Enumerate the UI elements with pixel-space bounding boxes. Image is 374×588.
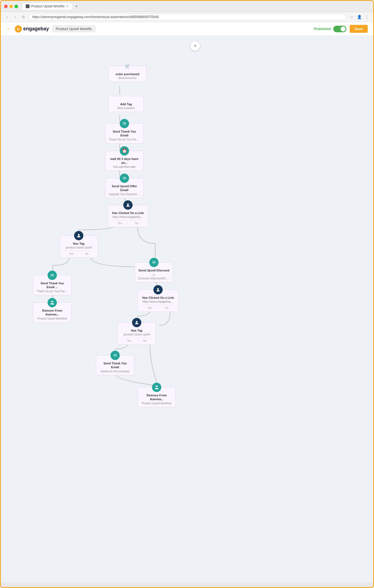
forward-nav-button[interactable]: › (12, 14, 18, 20)
trigger-icon: 🛒 (123, 62, 132, 71)
condition-icon-4 (132, 318, 141, 327)
email-icon-3: ✉ (149, 258, 159, 267)
close-button[interactable] (4, 5, 8, 8)
app-header: ← e engagebay Product Upsell Workflo Pub… (1, 22, 373, 36)
no-label: No (135, 222, 138, 225)
node-subtitle: Product Upsell Workflow (141, 402, 172, 405)
email-icon-4: ✉ (48, 271, 57, 280)
node-title: Has Tag (63, 242, 94, 245)
logo: e engagebay (14, 25, 49, 33)
node-subtitle: Has specified date (109, 165, 140, 168)
node-subtitle: https://www.engagebay.... (111, 215, 145, 218)
node-title: Send Upsell Offer Email (109, 184, 140, 192)
menu-icon[interactable]: ⋮ (364, 14, 370, 20)
yes-label: Yes (127, 339, 131, 342)
maximize-button[interactable] (14, 5, 18, 8)
node-subtitle: Thank You for Your Purc... (37, 290, 68, 293)
browser-nav: ‹ › ↻ https://sammymugambi.engagebay.com… (1, 12, 373, 22)
node-subtitle: Exclusive {Discount}% Of... (138, 277, 170, 280)
node-title: Has Tag (121, 329, 152, 332)
node-subtitle: (product name) upsell (121, 333, 152, 336)
node-wait[interactable]: ⏰ wait till 3 days have pa... Has specif… (105, 151, 144, 171)
node-clicked-link-2[interactable]: Has Clicked On a Link https://www.engage… (138, 289, 179, 312)
svg-point-9 (127, 203, 129, 205)
back-button[interactable]: ← (6, 26, 11, 32)
workflow-name[interactable]: Product Upsell Workflo (52, 25, 95, 32)
account-icon[interactable]: 👤 (356, 14, 362, 20)
nav-icons: ☆ 👤 ⋮ (349, 14, 370, 20)
svg-point-13 (157, 288, 159, 290)
node-title: Has Clicked On a Link (111, 211, 145, 215)
refresh-button[interactable]: ↻ (21, 14, 27, 20)
node-subtitle: New customer (112, 107, 140, 110)
no-label: No (165, 306, 168, 309)
automation-icon-2 (152, 383, 161, 392)
node-title: Send Thank You Email (109, 130, 140, 138)
condition-icon-3 (153, 285, 163, 294)
node-send-thankyou-2[interactable]: ✉ Send Thank You Email ... Thank You for… (33, 275, 71, 295)
published-toggle-group: Published (314, 26, 346, 32)
email-icon-5: ✉ (110, 351, 120, 360)
node-remove-automation-1[interactable]: Remove From Automa... Product Upsell Wor… (33, 302, 71, 323)
node-send-thankyou-1[interactable]: ✉ Send Thank You Email Thank You for You… (105, 123, 144, 144)
node-title: Add Tag (112, 102, 140, 106)
toggle-thumb (341, 27, 346, 31)
node-subtitle: (product name) upsell (63, 246, 94, 249)
automation-icon-1 (48, 298, 57, 307)
node-branches: Yes No (121, 338, 152, 342)
email-icon: ✉ (120, 119, 129, 128)
node-upsell-offer[interactable]: ✉ Send Upsell Offer Email Upgrade Your E… (105, 178, 144, 198)
node-branches: Yes No (63, 251, 94, 255)
node-subtitle: https://www.engagebay.... (141, 300, 175, 303)
node-title: Send Upsell Discount ... (138, 268, 170, 276)
bookmark-icon[interactable]: ☆ (349, 14, 355, 20)
node-title: Send Thank You Email (100, 361, 131, 369)
minimize-button[interactable] (9, 5, 13, 8)
node-upsell-discount[interactable]: ✉ Send Upsell Discount ... Exclusive {Di… (135, 262, 173, 282)
condition-icon-2 (74, 231, 83, 240)
node-clicked-link-1[interactable]: Has Clicked On a Link https://www.engage… (107, 205, 148, 227)
node-title: wait till 3 days have pa... (109, 157, 140, 165)
node-subtitle: Upgrade Your Experienc... (109, 193, 140, 196)
node-add-tag[interactable]: 🏷 Add Tag New customer (108, 96, 144, 112)
svg-point-10 (78, 234, 80, 236)
new-tab-button[interactable]: + (75, 4, 78, 9)
browser-tab[interactable]: Product Upsell Workflo ✕ (22, 3, 72, 10)
logo-text: engagebay (23, 26, 49, 32)
browser-titlebar: Product Upsell Workflo ✕ + (1, 1, 373, 12)
workflow-canvas: + (1, 36, 373, 583)
node-branches: Yes No (141, 305, 175, 309)
add-node-float-button[interactable]: + (191, 41, 200, 51)
traffic-lights (4, 5, 18, 8)
yes-label: Yes (148, 306, 152, 309)
published-label: Published (314, 27, 331, 31)
node-title: Remove From Automa... (37, 309, 68, 317)
node-title: order purchased (112, 72, 143, 76)
node-subtitle: Thank You for Your Rece... (109, 138, 140, 141)
svg-point-15 (156, 386, 157, 387)
node-branches: Yes No (111, 220, 145, 225)
node-send-thankyou-3[interactable]: ✉ Send Thank You Email thanks for the pu… (96, 355, 134, 375)
tab-title: Product Upsell Workflo (31, 4, 65, 8)
condition-icon-1 (123, 200, 133, 210)
node-subtitle: thanks for the purchase (100, 370, 131, 373)
node-subtitle: Woocommerce (112, 77, 143, 80)
save-button[interactable]: Save (350, 25, 368, 33)
tag-icon: 🏷 (121, 92, 131, 101)
published-toggle[interactable] (333, 26, 346, 32)
svg-point-16 (157, 386, 158, 387)
node-order-purchased[interactable]: 🛒 order purchased Woocommerce + (108, 66, 147, 82)
no-label: No (143, 339, 147, 342)
address-bar[interactable]: https://sammymugambi.engagebay.com/home#… (29, 14, 346, 20)
tab-close-icon[interactable]: ✕ (66, 5, 69, 8)
node-subtitle: Product Upsell Workflow (37, 317, 68, 320)
svg-point-11 (51, 301, 52, 302)
back-nav-button[interactable]: ‹ (4, 14, 10, 20)
node-has-tag-2[interactable]: Has Tag (product name) upsell Yes No (118, 322, 156, 345)
node-title: Send Thank You Email ... (37, 281, 68, 289)
add-after-trigger[interactable]: + (148, 68, 153, 73)
node-has-tag-1[interactable]: Has Tag (product name) upsell Yes No (60, 235, 98, 258)
node-remove-automation-2[interactable]: Remove From Automa... Product Upsell Wor… (138, 387, 176, 407)
yes-label: Yes (69, 252, 73, 255)
svg-point-14 (136, 321, 138, 323)
